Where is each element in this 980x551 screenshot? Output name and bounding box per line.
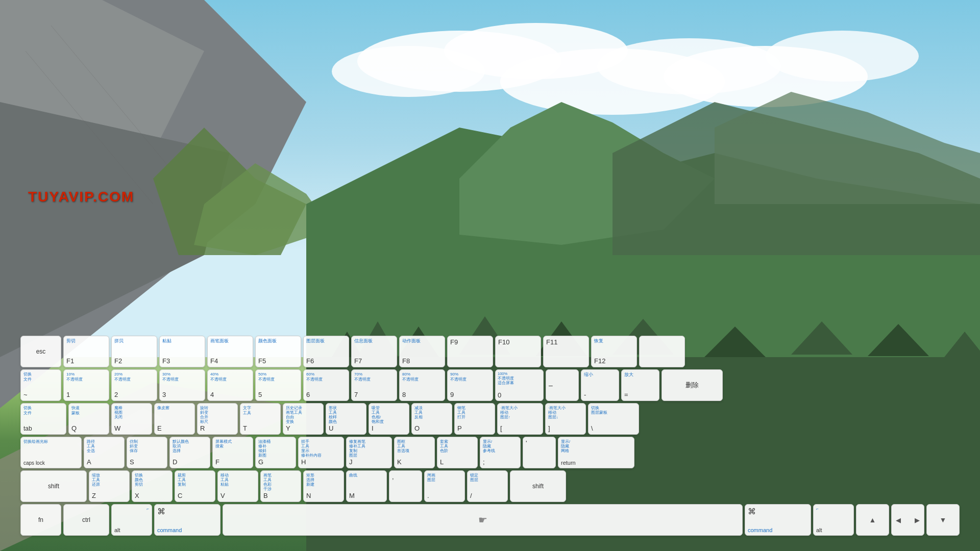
key-f4[interactable]: 画笔面板F4 <box>207 336 253 367</box>
key-0[interactable]: 100%不透明度适合屏幕0 <box>495 369 544 401</box>
key-alt-r[interactable]: ⌐alt <box>813 504 854 536</box>
key-esc[interactable]: esc <box>20 336 61 367</box>
key-f2[interactable]: 拼贝F2 <box>111 336 157 367</box>
key-4[interactable]: 40%不透明度4 <box>207 369 253 401</box>
key-comma[interactable]: , <box>389 470 422 502</box>
key-s[interactable]: 仿制斜变保存S <box>127 437 167 468</box>
key-g[interactable]: 油漆桶修补倾斜新图G <box>255 437 296 468</box>
key-quote[interactable]: ' <box>523 437 556 468</box>
key-8[interactable]: 80%不透明度8 <box>399 369 445 401</box>
logo-text-red: .COM <box>93 189 134 205</box>
key-alt-l[interactable]: ⌐alt <box>111 504 152 536</box>
key-fn[interactable]: fn <box>20 504 61 536</box>
key-delete[interactable]: 删除 <box>662 369 723 401</box>
key-w[interactable]: 魔棒视图关闭W <box>111 403 152 435</box>
key-o[interactable]: 减淡工具反相O <box>411 403 452 435</box>
key-shift-l[interactable]: shift <box>20 470 87 502</box>
key-arrow-lr[interactable]: ◀ ▶ <box>891 504 924 536</box>
key-a[interactable]: 路径工具全选A <box>84 437 125 468</box>
key-f[interactable]: 屏幕模式搜索F <box>212 437 253 468</box>
key-f6[interactable]: 图层面板F6 <box>303 336 349 367</box>
key-3[interactable]: 30%不透明度3 <box>159 369 205 401</box>
key-r[interactable]: 旋转斜变合并标尺R <box>197 403 238 435</box>
keyboard: esc 剪切F1 拼贝F2 粘贴F3 画笔面板F4 颜色面板F5 图层面板F6 … <box>20 336 960 536</box>
key-b[interactable]: 画笔工具色彩干涉B <box>260 470 301 502</box>
key-m[interactable]: 曲线M <box>346 470 387 502</box>
key-f5[interactable]: 颜色面板F5 <box>255 336 301 367</box>
key-7[interactable]: 70%不透明度7 <box>351 369 397 401</box>
key-d[interactable]: 默认颜色取消选择D <box>169 437 210 468</box>
key-minus[interactable]: 缩小- <box>581 369 619 401</box>
key-9[interactable]: 90%不透明度9 <box>447 369 493 401</box>
key-bracket-r[interactable]: ·画笔大小移动图层↓] <box>545 403 586 435</box>
key-arrow-down[interactable]: ▼ <box>926 504 960 536</box>
logo-text-white: TUYAVIP <box>28 189 93 205</box>
key-e[interactable]: 像皮擦E <box>154 403 195 435</box>
key-1[interactable]: 10%不透明度1 <box>63 369 109 401</box>
key-slash[interactable]: 锁定图层/ <box>467 470 508 502</box>
key-n[interactable]: 矩形选择新建N <box>303 470 344 502</box>
key-backslash[interactable]: 切换图层蒙板\ <box>588 403 639 435</box>
key-5[interactable]: 50%不透明度5 <box>255 369 301 401</box>
key-i[interactable]: 吸管工具色相/饱和度I <box>369 403 409 435</box>
key-f8[interactable]: 动作面板F8 <box>399 336 445 367</box>
caps-row: 切换绘画光标caps lock 路径工具全选A 仿制斜变保存S 默认颜色取消选择… <box>20 437 960 468</box>
key-shift-r[interactable]: shift <box>510 470 566 502</box>
bottom-row: fn ctrl ⌐alt ⌘ command ☛ ⌘ command ⌐alt … <box>20 504 960 536</box>
key-semicolon[interactable]: 显示/隐藏参考线; <box>480 437 521 468</box>
key-k[interactable]: 图框工具首选项K <box>394 437 435 468</box>
key-2[interactable]: 20%不透明度2 <box>111 369 157 401</box>
tab-row: 切换文件tab 快速蒙板Q 魔棒视图关闭W 像皮擦E 旋转斜变合并标尺R 文字工… <box>20 403 960 435</box>
key-f11[interactable]: F11 <box>543 336 589 367</box>
key-bracket-l[interactable]: ·画笔大小移动图层↑[ <box>497 403 543 435</box>
key-equals[interactable]: 放大= <box>621 369 659 401</box>
key-space[interactable]: ☛ <box>223 504 743 536</box>
key-v[interactable]: 移动工具粘贴V <box>217 470 258 502</box>
key-cmd-l[interactable]: ⌘ command <box>154 504 220 536</box>
num-row: 切换文件~ 10%不透明度1 20%不透明度2 30%不透明度3 40%不透明度… <box>20 369 960 401</box>
key-h[interactable]: 抓手工具显示修补外内容H <box>298 437 344 468</box>
key-q[interactable]: 快速蒙板Q <box>68 403 109 435</box>
key-period[interactable]: 闸画图层. <box>424 470 465 502</box>
key-blank-fn[interactable] <box>639 336 685 367</box>
key-tilde[interactable]: 切换文件~ <box>20 369 61 401</box>
key-em-dash[interactable]: – <box>546 369 579 401</box>
fn-row: esc 剪切F1 拼贝F2 粘贴F3 画笔面板F4 颜色面板F5 图层面板F6 … <box>20 336 960 367</box>
key-arrow-up[interactable]: ▲ <box>856 504 889 536</box>
key-return[interactable]: 显示/隐藏网格return <box>558 437 634 468</box>
key-f3[interactable]: 粘贴F3 <box>159 336 205 367</box>
key-z[interactable]: 缩放工具还原Z <box>89 470 130 502</box>
key-f9[interactable]: F9 <box>447 336 493 367</box>
logo: TUYAVIP.COM <box>28 189 134 205</box>
key-u[interactable]: 形状工具校样颜色U <box>326 403 366 435</box>
key-l[interactable]: 套索工具色阶L <box>437 437 478 468</box>
key-cmd-r[interactable]: ⌘ command <box>745 504 811 536</box>
key-ctrl[interactable]: ctrl <box>63 504 109 536</box>
key-y[interactable]: 历史记录画笔工具自由变换Y <box>283 403 324 435</box>
key-capslock[interactable]: 切换绘画光标caps lock <box>20 437 82 468</box>
key-tab[interactable]: 切换文件tab <box>20 403 66 435</box>
key-f7[interactable]: 信息面板F7 <box>351 336 397 367</box>
key-x[interactable]: 切换颜色剪切X <box>132 470 173 502</box>
key-j[interactable]: 修复画笔修补工具复制图层J <box>346 437 392 468</box>
key-f1[interactable]: 剪切F1 <box>63 336 109 367</box>
shift-row: shift 缩放工具还原Z 切换颜色剪切X 裁剪工具复制C 移动工具粘贴V 画笔… <box>20 470 960 502</box>
key-f12[interactable]: 恢复F12 <box>591 336 637 367</box>
key-p[interactable]: 钢笔工具打开P <box>454 403 495 435</box>
key-c[interactable]: 裁剪工具复制C <box>175 470 215 502</box>
key-t[interactable]: 文字工具T <box>240 403 281 435</box>
key-6[interactable]: 60%不透明度6 <box>303 369 349 401</box>
key-f10[interactable]: F10 <box>495 336 541 367</box>
